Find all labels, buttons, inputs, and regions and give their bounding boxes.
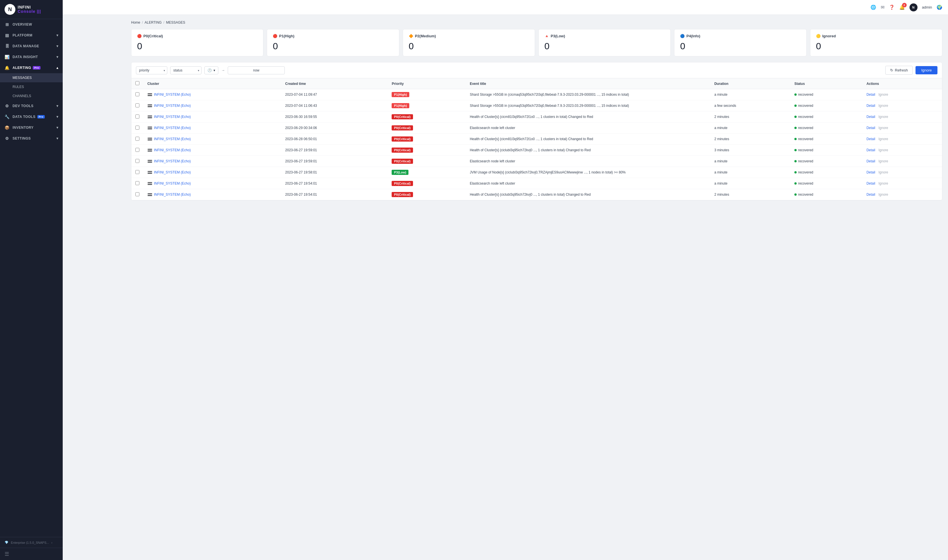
ignore-action-8[interactable]: Ignore — [879, 182, 888, 185]
sidebar-item-channels[interactable]: CHANNELS — [0, 91, 63, 100]
card-p2[interactable]: 🔶 P2(Medium) 0 — [403, 29, 535, 56]
sidebar-item-settings[interactable]: ⚙ SETTINGS ▾ — [0, 133, 63, 144]
card-p4[interactable]: 🔵 P4(Info) 0 — [674, 29, 806, 56]
table-row: 🟰 INFINI_SYSTEM (Echo) 2023-06-27 19:59:… — [131, 145, 942, 156]
duration-0: a minute — [710, 89, 791, 100]
cluster-link-5[interactable]: 🟰 INFINI_SYSTEM (Echo) — [147, 148, 277, 152]
detail-link-3[interactable]: Detail — [866, 126, 875, 130]
priority-filter[interactable]: priority — [136, 66, 167, 74]
row-checkbox-8[interactable] — [136, 181, 139, 185]
card-p0[interactable]: 🔴 P0(Critical) 0 — [131, 29, 264, 56]
sidebar-item-rules[interactable]: RULES — [0, 82, 63, 91]
table-row: 🟰 INFINI_SYSTEM (Echo) 2023-06-27 19:59:… — [131, 156, 942, 167]
sidebar-item-data-manage[interactable]: 🗄 DATA MANAGE ▾ — [0, 41, 63, 52]
ignore-action-5[interactable]: Ignore — [879, 148, 888, 152]
row-checkbox-4[interactable] — [136, 137, 139, 141]
created-time-2: 2023-06-30 16:59:55 — [281, 111, 388, 123]
sidebar-item-data-tools[interactable]: 🔧 DATA TOOLS Pro ▾ — [0, 111, 63, 122]
event-text-7: JVM Usage of Node[s] (ciclubl3q95ich72kv… — [466, 167, 710, 178]
detail-link-9[interactable]: Detail — [866, 192, 875, 197]
breadcrumb-alerting[interactable]: ALERTING — [145, 20, 162, 25]
refresh-button[interactable]: ↻ Refresh — [885, 66, 913, 75]
messages-table: Cluster Created time Priority Event titl… — [131, 78, 942, 200]
sidebar-sub-label: MESSAGES — [12, 76, 32, 80]
table-row: 🟰 INFINI_SYSTEM (Echo) 2023-06-30 16:59:… — [131, 111, 942, 123]
ignore-action-9[interactable]: Ignore — [879, 192, 888, 197]
created-time-9: 2023-06-27 19:54:01 — [281, 189, 388, 200]
cluster-link-9[interactable]: 🟰 INFINI_SYSTEM (Echo) — [147, 192, 277, 197]
card-ignored[interactable]: 🟡 Ignored 0 — [810, 29, 942, 56]
table-row: 🟰 INFINI_SYSTEM (Echo) 2023-06-27 19:58:… — [131, 167, 942, 178]
language-icon[interactable]: 🌍 — [937, 5, 942, 10]
ignored-count: 0 — [816, 41, 936, 52]
notification-button[interactable]: 🔔 2 — [899, 5, 905, 10]
sidebar-item-label: INVENTORY — [12, 126, 34, 129]
detail-link-1[interactable]: Detail — [866, 104, 875, 108]
row-checkbox-3[interactable] — [136, 126, 139, 129]
globe-icon[interactable]: 🌐 — [871, 5, 876, 10]
email-icon[interactable]: ✉ — [881, 5, 885, 10]
ignore-action-7[interactable]: Ignore — [879, 170, 888, 174]
sidebar-item-alerting[interactable]: 🔔 ALERTING Pro ▴ — [0, 62, 63, 73]
cluster-link-1[interactable]: 🟰 INFINI_SYSTEM (Echo) — [147, 103, 277, 108]
row-checkbox-5[interactable] — [136, 148, 139, 152]
cluster-link-3[interactable]: 🟰 INFINI_SYSTEM (Echo) — [147, 126, 277, 130]
duration-6: a minute — [710, 156, 791, 167]
ignore-button[interactable]: Ignore — [916, 66, 937, 74]
ignore-action-1[interactable]: Ignore — [879, 104, 888, 108]
row-checkbox-6[interactable] — [136, 159, 139, 163]
row-checkbox-1[interactable] — [136, 103, 139, 108]
cluster-link-7[interactable]: 🟰 INFINI_SYSTEM (Echo) — [147, 170, 277, 175]
cluster-link-2[interactable]: 🟰 INFINI_SYSTEM (Echo) — [147, 114, 277, 119]
duration-5: 3 minutes — [710, 145, 791, 156]
ignore-action-3[interactable]: Ignore — [879, 126, 888, 130]
detail-link-5[interactable]: Detail — [866, 148, 875, 152]
status-filter[interactable]: status — [170, 66, 202, 74]
detail-link-6[interactable]: Detail — [866, 159, 875, 163]
time-filter[interactable]: 🕐 ▾ — [204, 66, 218, 74]
ignore-action-0[interactable]: Ignore — [879, 92, 888, 97]
detail-link-4[interactable]: Detail — [866, 137, 875, 141]
sidebar-item-messages[interactable]: MESSAGES — [0, 73, 63, 82]
event-text-6: Elasticsearch node left cluster — [466, 156, 710, 167]
platform-icon: ▤ — [5, 33, 10, 38]
sidebar-item-platform[interactable]: ▤ PLATFORM ▾ — [0, 30, 63, 41]
cluster-link-4[interactable]: 🟰 INFINI_SYSTEM (Echo) — [147, 137, 277, 141]
sidebar-item-overview[interactable]: ⊞ OVERVIEW — [0, 19, 63, 30]
detail-link-2[interactable]: Detail — [866, 115, 875, 119]
ignore-action-4[interactable]: Ignore — [879, 137, 888, 141]
card-p1[interactable]: 🔴 P1(High) 0 — [267, 29, 399, 56]
select-all-checkbox[interactable] — [136, 81, 139, 85]
row-checkbox-9[interactable] — [136, 192, 139, 196]
version-label: Enterprise (1.5.0_SNAPS... — [11, 541, 49, 544]
help-icon[interactable]: ❓ — [889, 5, 895, 10]
sidebar-footer-version[interactable]: 💎 Enterprise (1.5.0_SNAPS... › — [0, 537, 63, 548]
ignore-action-6[interactable]: Ignore — [879, 159, 888, 163]
time-now[interactable]: now — [228, 66, 285, 74]
avatar[interactable]: N — [909, 3, 917, 11]
created-time-4: 2023-06-28 06:50:01 — [281, 134, 388, 145]
row-checkbox-2[interactable] — [136, 114, 139, 118]
detail-link-0[interactable]: Detail — [866, 92, 875, 97]
ignored-icon: 🟡 — [816, 34, 821, 38]
detail-link-7[interactable]: Detail — [866, 170, 875, 174]
p4-count: 0 — [680, 41, 800, 52]
sidebar-item-dev-tools[interactable]: ⚙ DEV TOOLS ▾ — [0, 100, 63, 111]
menu-icon[interactable]: ☰ — [5, 551, 9, 557]
cluster-link-6[interactable]: 🟰 INFINI_SYSTEM (Echo) — [147, 159, 277, 163]
ignore-action-2[interactable]: Ignore — [879, 115, 888, 119]
cluster-link-8[interactable]: 🟰 INFINI_SYSTEM (Echo) — [147, 181, 277, 186]
cluster-icon-7: 🟰 — [147, 170, 152, 175]
status-dot-1 — [794, 105, 797, 107]
refresh-label: Refresh — [895, 68, 908, 72]
sidebar-item-data-insight[interactable]: 📊 DATA INSIGHT ▾ — [0, 52, 63, 62]
cluster-link-0[interactable]: 🟰 INFINI_SYSTEM (Echo) — [147, 92, 277, 97]
detail-link-8[interactable]: Detail — [866, 182, 875, 185]
row-checkbox-0[interactable] — [136, 92, 139, 96]
row-checkbox-7[interactable] — [136, 170, 139, 174]
status-5: recovered — [794, 148, 813, 152]
status-8: recovered — [794, 182, 813, 185]
breadcrumb-home[interactable]: Home — [131, 20, 140, 25]
card-p3[interactable]: 🔺 P3(Low) 0 — [538, 29, 671, 56]
sidebar-item-inventory[interactable]: 📦 INVENTORY ▾ — [0, 122, 63, 133]
